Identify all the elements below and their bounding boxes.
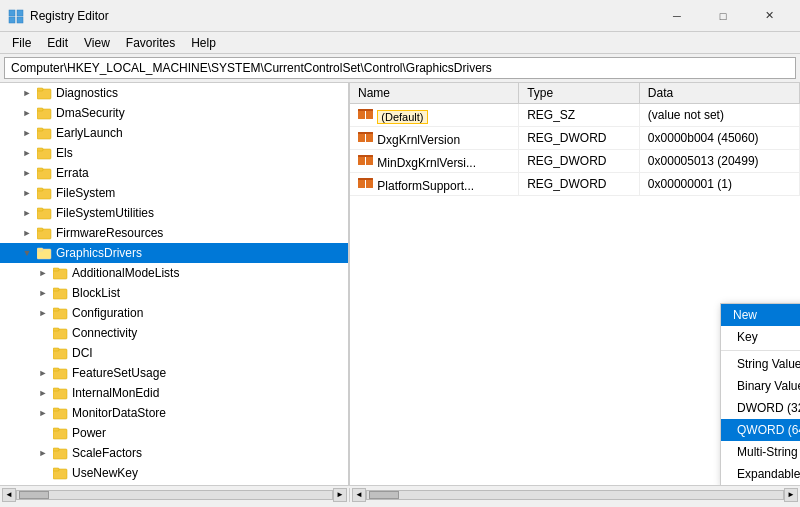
expand-icon-dmasecurity[interactable]: ► xyxy=(20,106,34,120)
tree-item-scalefactors[interactable]: ► ScaleFactors xyxy=(0,443,348,463)
table-row[interactable]: PlatformSupport...REG_DWORD0x00000001 (1… xyxy=(350,173,800,196)
expand-icon-filesystemutilities[interactable]: ► xyxy=(20,206,34,220)
registry-value-icon xyxy=(358,152,374,168)
tree-item-power[interactable]: Power xyxy=(0,423,348,443)
value-type-cell: REG_DWORD xyxy=(519,150,640,173)
window-controls: ─ □ ✕ xyxy=(654,0,792,32)
tree-item-earlylaunch[interactable]: ► EarlyLaunch xyxy=(0,123,348,143)
tree-item-graphicsdrivers[interactable]: ▼ GraphicsDrivers xyxy=(0,243,348,263)
table-row[interactable]: MinDxgKrnlVersi...REG_DWORD0x00005013 (2… xyxy=(350,150,800,173)
expand-icon-firmwareresources[interactable]: ► xyxy=(20,226,34,240)
right-pane-scroll-track[interactable] xyxy=(366,490,784,500)
menu-item-view[interactable]: View xyxy=(76,34,118,52)
menu-item-edit[interactable]: Edit xyxy=(39,34,76,52)
tree-item-dmasecurity[interactable]: ► DmaSecurity xyxy=(0,103,348,123)
tree-item-dci[interactable]: DCI xyxy=(0,343,348,363)
value-type-cell: REG_DWORD xyxy=(519,127,640,150)
expand-icon-filesystem[interactable]: ► xyxy=(20,186,34,200)
expand-icon-internalmonedid[interactable]: ► xyxy=(36,386,50,400)
svg-rect-9 xyxy=(37,128,43,131)
menu-item-favorites[interactable]: Favorites xyxy=(118,34,183,52)
tree-item-filesystemutilities[interactable]: ► FileSystemUtilities xyxy=(0,203,348,223)
tree-item-errata[interactable]: ► Errata xyxy=(0,163,348,183)
tree-item-els[interactable]: ► Els xyxy=(0,143,348,163)
tree-pane: ► Diagnostics► DmaSecurity► EarlyLaunch►… xyxy=(0,83,350,485)
value-name-text: PlatformSupport... xyxy=(377,179,474,193)
svg-rect-35 xyxy=(53,388,59,391)
expand-icon-featuresetusage[interactable]: ► xyxy=(36,366,50,380)
svg-rect-15 xyxy=(37,188,43,191)
tree-item-additionalmodelists[interactable]: ► AdditionalModeLists xyxy=(0,263,348,283)
tree-item-diagnostics[interactable]: ► Diagnostics xyxy=(0,83,348,103)
folder-icon xyxy=(53,265,69,281)
expand-icon-connectivity xyxy=(36,326,50,340)
right-pane-right-scroll[interactable]: ► xyxy=(784,488,798,502)
table-row[interactable]: (Default)REG_SZ(value not set) xyxy=(350,104,800,127)
tree-item-blocklist[interactable]: ► BlockList xyxy=(0,283,348,303)
context-menu-item-binary-value[interactable]: Binary Value xyxy=(721,375,800,397)
left-scroll-button[interactable]: ◄ xyxy=(2,488,16,502)
tree-item-label: AdditionalModeLists xyxy=(72,266,179,280)
folder-icon xyxy=(53,305,69,321)
value-name-cell: (Default) xyxy=(350,104,519,127)
tree-scroll[interactable]: ► Diagnostics► DmaSecurity► EarlyLaunch►… xyxy=(0,83,348,485)
expand-icon-els[interactable]: ► xyxy=(20,146,34,160)
app-icon xyxy=(8,8,24,24)
menu-item-file[interactable]: File xyxy=(4,34,39,52)
bottom-bar: ◄ ► ◄ ► xyxy=(0,485,800,503)
left-scroll-thumb xyxy=(19,491,49,499)
svg-rect-54 xyxy=(358,155,373,157)
expand-icon-scalefactors[interactable]: ► xyxy=(36,446,50,460)
main-content: ► Diagnostics► DmaSecurity► EarlyLaunch►… xyxy=(0,82,800,485)
right-scroll-button[interactable]: ► xyxy=(333,488,347,502)
context-menu-item-expandable-string-value[interactable]: Expandable String Value xyxy=(721,463,800,485)
tree-item-label: DmaSecurity xyxy=(56,106,125,120)
context-menu-item-qword-64-bit-value[interactable]: QWORD (64-bit) Value xyxy=(721,419,800,441)
folder-icon xyxy=(37,245,53,261)
svg-rect-11 xyxy=(37,148,43,151)
context-menu-items: KeyString ValueBinary ValueDWORD (32-bit… xyxy=(721,326,800,485)
tree-item-usenewkey[interactable]: UseNewKey xyxy=(0,463,348,483)
folder-icon xyxy=(37,225,53,241)
tree-item-featuresetusage[interactable]: ► FeatureSetUsage xyxy=(0,363,348,383)
left-scroll-track[interactable] xyxy=(16,490,333,500)
context-menu-item-key[interactable]: Key xyxy=(721,326,800,348)
context-menu-item-dword-32-bit-value[interactable]: DWORD (32-bit) Value xyxy=(721,397,800,419)
expand-icon-diagnostics[interactable]: ► xyxy=(20,86,34,100)
context-menu-new-header[interactable]: New › xyxy=(721,304,800,326)
tree-item-filesystem[interactable]: ► FileSystem xyxy=(0,183,348,203)
expand-icon-configuration[interactable]: ► xyxy=(36,306,50,320)
svg-rect-57 xyxy=(358,178,373,180)
window-title: Registry Editor xyxy=(30,9,654,23)
col-header-data: Data xyxy=(639,83,799,104)
menu-item-help[interactable]: Help xyxy=(183,34,224,52)
maximize-button[interactable]: □ xyxy=(700,0,746,32)
tree-item-monitordatastore[interactable]: ► MonitorDataStore xyxy=(0,403,348,423)
col-header-type: Type xyxy=(519,83,640,104)
registry-value-icon xyxy=(358,175,374,191)
tree-item-configuration[interactable]: ► Configuration xyxy=(0,303,348,323)
tree-item-firmwareresources[interactable]: ► FirmwareResources xyxy=(0,223,348,243)
minimize-button[interactable]: ─ xyxy=(654,0,700,32)
right-pane-left-scroll[interactable]: ◄ xyxy=(352,488,366,502)
tree-item-label: Diagnostics xyxy=(56,86,118,100)
expand-icon-monitordatastore[interactable]: ► xyxy=(36,406,50,420)
expand-icon-additionalmodelists[interactable]: ► xyxy=(36,266,50,280)
context-menu-item-multi-string-value[interactable]: Multi-String Value xyxy=(721,441,800,463)
tree-item-internalmonedid[interactable]: ► InternalMonEdid xyxy=(0,383,348,403)
folder-icon xyxy=(53,465,69,481)
context-menu-item-string-value[interactable]: String Value xyxy=(721,353,800,375)
expand-icon-earlylaunch[interactable]: ► xyxy=(20,126,34,140)
tree-item-connectivity[interactable]: Connectivity xyxy=(0,323,348,343)
default-value-label: (Default) xyxy=(377,110,427,124)
tree-item-grouporderlist[interactable]: ► GroupOrderList xyxy=(0,483,348,485)
tree-item-label: Els xyxy=(56,146,73,160)
svg-rect-37 xyxy=(53,408,59,411)
tree-item-label: DCI xyxy=(72,346,93,360)
table-row[interactable]: DxgKrnlVersionREG_DWORD0x0000b004 (45060… xyxy=(350,127,800,150)
expand-icon-blocklist[interactable]: ► xyxy=(36,286,50,300)
close-button[interactable]: ✕ xyxy=(746,0,792,32)
expand-icon-errata[interactable]: ► xyxy=(20,166,34,180)
folder-icon xyxy=(37,205,53,221)
registry-value-icon xyxy=(358,106,374,122)
